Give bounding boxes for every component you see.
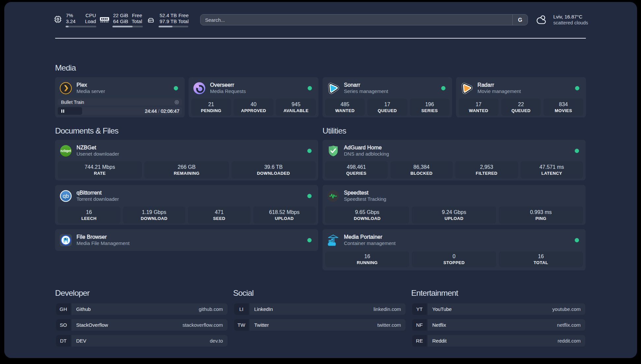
svg-text:nzbget: nzbget	[60, 149, 71, 153]
svg-text:qb: qb	[63, 193, 69, 199]
